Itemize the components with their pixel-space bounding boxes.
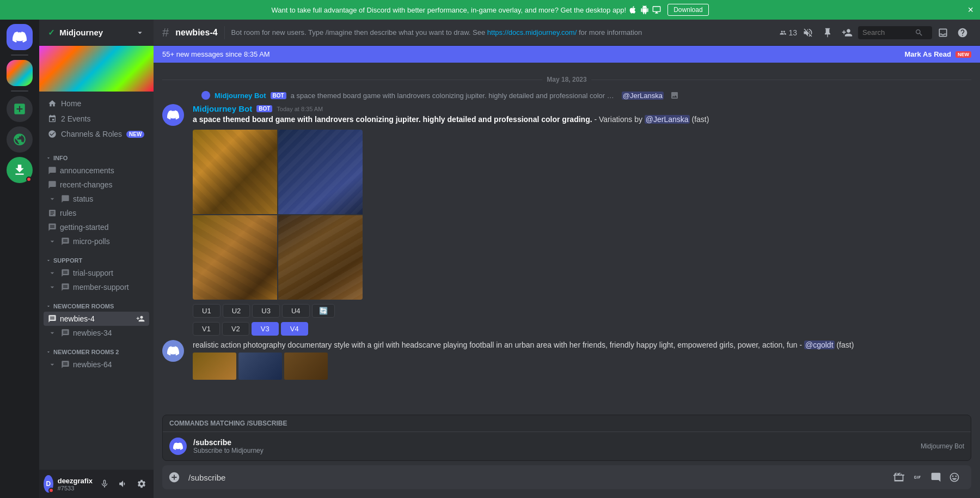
section-info-header[interactable]: INFO [44,146,149,163]
channel-announcements[interactable]: announcements [44,163,149,178]
add-server-button[interactable] [7,96,33,122]
nav-channels-roles[interactable]: Channels & Roles NEW [44,126,149,142]
image-cell-2[interactable] [278,130,363,214]
banner-close-button[interactable]: × [967,5,973,15]
v4-button[interactable]: V4 [281,322,308,336]
section-newcomer2-header[interactable]: NEWCOMER ROOMS 2 [44,340,149,357]
section-support-header[interactable]: SUPPORT [44,248,149,266]
image-placeholder-3 [193,215,277,300]
sticker-button[interactable] [928,469,944,485]
image-cell-3[interactable] [193,215,277,300]
u1-button[interactable]: U1 [193,304,220,318]
v3-button[interactable]: V3 [252,322,279,336]
command-suggestion-header: COMMANDS MATCHING /subscribe [163,415,971,432]
section-newcomer-header[interactable]: NEWCOMER ROOMS [44,294,149,312]
mark-as-read-button[interactable]: Mark As Read NEW [905,50,972,58]
top-banner: Want to take full advantage of Discord w… [0,0,980,20]
image-placeholder-1 [193,130,277,214]
nav-events[interactable]: 2 Events [44,111,149,126]
server-banner [39,46,154,92]
channels-list: INFO announcements recent-changes status… [39,146,154,470]
ref-author: Midjourney Bot [215,92,266,100]
message-input[interactable] [188,467,889,488]
add-members-button[interactable] [838,24,856,41]
server-sidebar: ✓ Midjourney Home 2 Events Channels & Ro… [39,20,154,498]
gif-button[interactable] [909,469,926,485]
deafen-button[interactable] [115,476,131,491]
server-header[interactable]: ✓ Midjourney [39,20,154,46]
u3-button[interactable]: U3 [252,304,280,318]
refresh-button[interactable]: 🔄 [312,304,335,318]
channel-description: Bot room for new users. Type /imagine th… [231,28,773,37]
main-content: # newbies-4 Bot room for new users. Type… [154,20,980,498]
second-avatar [162,340,184,362]
emoji-button[interactable] [946,469,963,485]
download-button[interactable]: Download [667,4,708,16]
discord-home-button[interactable] [7,24,33,50]
explore-servers-button[interactable] [7,126,33,153]
command-desc: Subscribe to Midjourney [193,447,914,454]
image-cell-1[interactable] [193,130,277,214]
preview-img-1 [193,353,236,380]
icon-bar-separator-2 [11,90,28,92]
channel-hash-icon: # [162,26,169,40]
channel-newbies-4[interactable]: newbies-4 [44,312,149,326]
channel-getting-started[interactable]: getting-started [44,220,149,234]
image-cell-4[interactable] [278,215,363,300]
preview-img-2 [238,353,282,380]
user-avatar[interactable]: D [44,475,53,493]
mute-button[interactable] [97,476,112,491]
search-box[interactable] [858,26,932,39]
search-input[interactable] [862,28,911,37]
settings-button[interactable] [134,476,149,491]
nav-home[interactable]: Home [44,96,149,111]
second-mention: @cgoldt [804,341,835,349]
v2-button[interactable]: V2 [222,322,249,336]
pin-button[interactable] [819,24,836,41]
member-count-number: 13 [788,28,797,37]
add-file-button[interactable] [162,465,186,489]
command-suggestion-item[interactable]: /subscribe Subscribe to Midjourney Midjo… [163,432,971,460]
ref-image-icon [670,91,679,100]
input-right-icons [891,469,963,485]
header-divider [224,26,225,39]
image-grid [193,130,363,300]
message-input-container [162,465,971,489]
u2-button[interactable]: U2 [223,304,250,318]
inbox-button[interactable] [934,24,952,41]
channel-docs-link[interactable]: https://docs.midjourney.com/ [487,28,577,37]
channel-member-support[interactable]: member-support [44,280,149,294]
channel-newbies-64[interactable]: newbies-64 [44,357,149,372]
channel-micro-polls[interactable]: micro-polls [44,234,149,248]
banner-text: Want to take full advantage of Discord w… [271,6,626,14]
bot-badge: BOT [256,105,272,112]
channel-recent-changes[interactable]: recent-changes [44,178,149,192]
bot-avatar [162,104,184,126]
gift-button[interactable] [891,469,907,485]
header-icons: 13 [780,24,971,41]
new-messages-bar[interactable]: 55+ new messages since 8:35 AM Mark As R… [154,46,980,63]
divider-line-left [162,80,542,80]
u4-button[interactable]: U4 [282,304,310,318]
member-count[interactable]: 13 [780,24,797,41]
icon-bar [0,20,39,498]
help-button[interactable] [954,24,971,41]
channel-newbies-34[interactable]: newbies-34 [44,326,149,340]
channel-status[interactable]: status [44,192,149,206]
mute-channel-button[interactable] [799,24,817,41]
channel-header: # newbies-4 Bot room for new users. Type… [154,20,980,46]
second-message-text: realistic action photography documentary… [193,340,971,351]
download-apps-button[interactable] [7,157,33,183]
user-status-dot [48,488,54,493]
v1-button[interactable]: V1 [193,322,220,336]
midjourney-server-icon[interactable] [7,60,33,86]
message-content: Midjourney Bot BOT Today at 8:35 AM a sp… [193,104,971,336]
new-messages-text: 55+ new messages since 8:35 AM [162,50,270,58]
channel-trial-support[interactable]: trial-support [44,266,149,280]
image-placeholder-2 [278,130,363,214]
ref-mention: @JerLanska [622,92,664,100]
channel-rules[interactable]: rules [44,206,149,220]
server-nav: Home 2 Events Channels & Roles NEW [39,92,154,146]
new-badge: NEW [955,51,971,58]
message-author: Midjourney Bot [193,104,252,113]
